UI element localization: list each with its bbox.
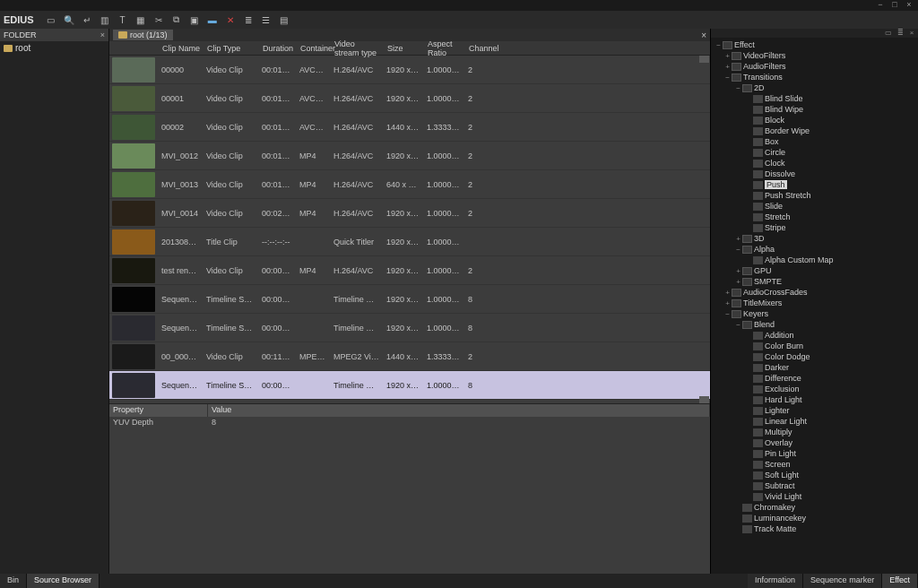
tree-item[interactable]: Clock — [713, 158, 918, 169]
table-row[interactable]: 00001Video Clip00:01:32:16AVCHD St...H.2… — [109, 84, 710, 113]
collapse-icon[interactable]: − — [714, 41, 723, 49]
tree-item[interactable]: −2D — [713, 82, 918, 93]
detail-icon[interactable]: ☰ — [260, 13, 273, 26]
tree-item[interactable]: Dissolve — [713, 169, 918, 179]
expand-icon[interactable]: − — [734, 246, 742, 254]
copy-icon[interactable]: ⧉ — [170, 13, 183, 26]
tree-item[interactable]: +GPU — [713, 265, 918, 276]
view-list-icon[interactable]: ≣ — [896, 29, 905, 38]
expand-icon[interactable]: − — [723, 310, 732, 318]
col-channel[interactable]: Channel — [465, 44, 492, 53]
tree-item[interactable]: Color Burn — [713, 341, 918, 351]
expand-icon[interactable]: − — [734, 321, 742, 329]
tree-item[interactable]: +VideoFilters — [713, 50, 918, 61]
expand-icon[interactable]: + — [723, 299, 732, 307]
open-icon[interactable]: ▥ — [99, 13, 111, 26]
bin-icon[interactable]: ▦ — [134, 13, 147, 26]
tree-item[interactable]: −Transitions — [713, 72, 918, 82]
tree-item[interactable]: Alpha Custom Map — [713, 255, 918, 265]
new-folder-icon[interactable]: ▭ — [45, 13, 57, 26]
tree-item[interactable]: Push — [713, 179, 918, 190]
tree-item[interactable]: Exclusion — [713, 384, 918, 394]
tree-item[interactable]: Push Stretch — [713, 190, 918, 201]
expand-icon[interactable]: + — [723, 289, 732, 297]
tree-item[interactable]: Block — [713, 115, 918, 125]
close-icon[interactable]: × — [907, 29, 916, 38]
paste-icon[interactable]: ▣ — [188, 13, 201, 26]
bin-tab[interactable]: root (1/13) — [113, 30, 173, 40]
tree-item[interactable]: Border Wipe — [713, 125, 918, 136]
tree-item[interactable]: Pin Light — [713, 448, 918, 459]
prop-header-value[interactable]: Value — [208, 404, 710, 417]
close-icon[interactable]: × — [701, 30, 706, 40]
tree-item[interactable]: −Keyers — [713, 308, 918, 319]
col-duration[interactable]: Duration — [259, 44, 297, 53]
tree-item[interactable]: Subtract — [713, 480, 918, 491]
folder-root[interactable]: root — [0, 41, 108, 55]
view-folder-icon[interactable]: ▭ — [884, 29, 893, 38]
tree-item[interactable]: −Alpha — [713, 244, 918, 255]
tree-item[interactable]: Soft Light — [713, 470, 918, 480]
expand-icon[interactable]: + — [723, 52, 732, 60]
tree-item[interactable]: Vivid Light — [713, 491, 918, 502]
col-size[interactable]: Size — [384, 44, 424, 53]
tree-item[interactable]: Chromakey — [713, 502, 918, 513]
expand-icon[interactable]: + — [734, 235, 742, 243]
close-window-icon[interactable]: × — [904, 0, 914, 9]
col-container[interactable]: Container — [297, 44, 331, 53]
expand-icon[interactable]: − — [734, 84, 742, 92]
expand-icon[interactable]: + — [723, 63, 732, 71]
tree-item[interactable]: Circle — [713, 147, 918, 158]
table-row[interactable]: test renderVideo Clip00:00:15:17MP4H.264… — [109, 256, 710, 285]
tab-source-browser[interactable]: Source Browser — [27, 574, 100, 588]
tab-information[interactable]: Information — [748, 574, 803, 588]
table-row[interactable]: 00002Video Clip00:01:40:20AVCHD St...H.2… — [109, 113, 710, 142]
search-icon[interactable]: 🔍 — [63, 13, 75, 26]
register-icon[interactable]: ▬ — [206, 13, 219, 26]
tree-item[interactable]: Multiply — [713, 427, 918, 437]
tree-item[interactable]: Color Dodge — [713, 351, 918, 362]
tree-item[interactable]: Blind Wipe — [713, 104, 918, 115]
expand-icon[interactable]: + — [734, 278, 742, 286]
tree-item[interactable]: +AudioFilters — [713, 61, 918, 72]
tree-root[interactable]: − Effect — [713, 39, 918, 50]
tree-item[interactable]: Addition — [713, 330, 918, 341]
prop-header-property[interactable]: Property — [109, 404, 208, 417]
tree-item[interactable]: Lighter — [713, 405, 918, 416]
scroll-down-icon[interactable] — [699, 396, 709, 403]
table-row[interactable]: 20130810-0000Title Clip--:--:--:--Quick … — [109, 228, 710, 256]
delete-icon[interactable]: ✕ — [224, 13, 237, 26]
tree-item[interactable]: Linear Light — [713, 416, 918, 427]
tree-item[interactable]: Difference — [713, 373, 918, 384]
tree-item[interactable]: +3D — [713, 233, 918, 244]
tab-sequence-marker[interactable]: Sequence marker — [803, 574, 882, 588]
col-aspect-ratio[interactable]: Aspect Ratio — [424, 39, 465, 57]
col-video-stream[interactable]: Video stream type — [331, 39, 384, 57]
tree-item[interactable]: Hard Light — [713, 394, 918, 405]
tree-item[interactable]: Luminancekey — [713, 513, 918, 523]
tree-item[interactable]: Darker — [713, 362, 918, 373]
tree-item[interactable]: Track Matte — [713, 523, 918, 534]
table-row[interactable]: MVI_0013Video Clip00:01:22:02MP4H.264/AV… — [109, 170, 710, 199]
tree-item[interactable]: +AudioCrossFades — [713, 287, 918, 298]
up-dir-icon[interactable]: ↵ — [81, 13, 93, 26]
close-icon[interactable]: × — [100, 30, 105, 39]
tree-item[interactable]: Box — [713, 136, 918, 147]
tree-item[interactable]: Overlay — [713, 437, 918, 448]
expand-icon[interactable]: + — [734, 267, 742, 275]
tree-item[interactable]: Slide — [713, 201, 918, 212]
tab-bin[interactable]: Bin — [0, 574, 27, 588]
table-row[interactable]: 00000Video Clip00:01:25:23AVCHD St...H.2… — [109, 56, 710, 84]
col-clip-name[interactable]: Clip Name — [159, 44, 204, 53]
tree-item[interactable]: Stripe — [713, 222, 918, 233]
tree-item[interactable]: Blind Slide — [713, 93, 918, 104]
minimize-icon[interactable]: − — [875, 0, 886, 9]
tab-effect[interactable]: Effect — [882, 574, 918, 588]
col-clip-type[interactable]: Clip Type — [204, 44, 259, 53]
table-row[interactable]: 00_0002_201...Video Clip00:11:45:13MPEG2… — [109, 342, 710, 371]
tree-item[interactable]: −Blend — [713, 319, 918, 330]
title-icon[interactable]: T — [117, 13, 129, 26]
tree-item[interactable]: +SMPTE — [713, 276, 918, 287]
table-row[interactable]: MVI_0012Video Clip00:01:55:17MP4H.264/AV… — [109, 142, 710, 170]
scroll-up-icon[interactable] — [699, 56, 709, 63]
